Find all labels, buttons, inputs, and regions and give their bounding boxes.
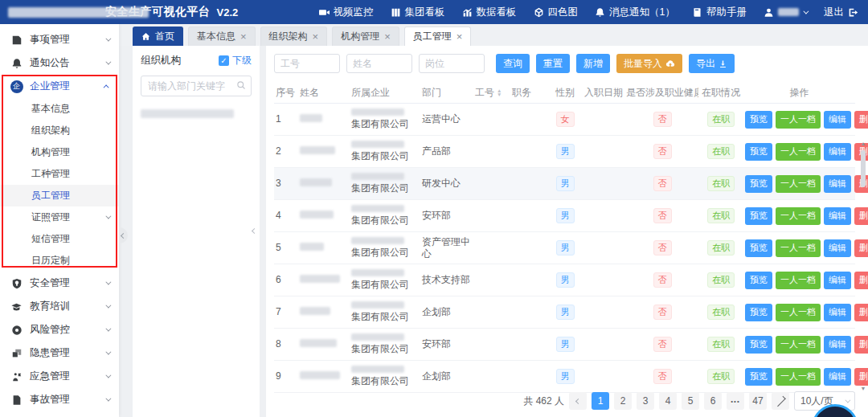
close-icon[interactable]: ×	[240, 31, 247, 42]
sidebar-item-risk[interactable]: 风险管控	[0, 318, 119, 341]
add-button[interactable]: 新增	[576, 54, 610, 73]
sidebar-item-license-mgmt[interactable]: 证照管理	[0, 206, 119, 228]
cell-employment: 在职	[698, 272, 743, 288]
prev-page-button[interactable]	[569, 392, 587, 410]
preview-button[interactable]: 预览	[745, 304, 772, 321]
masked-company	[351, 237, 404, 244]
one-person-archive-button[interactable]: 一人一档	[776, 336, 821, 354]
org-tree-node[interactable]	[141, 109, 252, 118]
masked-company	[351, 173, 404, 180]
scroll-up-icon[interactable]: ▲	[861, 141, 866, 146]
sidebar-item-calendar-custom[interactable]: 日历定制	[0, 250, 119, 272]
topnav-video-monitor[interactable]: 视频监控	[319, 6, 374, 19]
sidebar-item-worktype-mgmt[interactable]: 工种管理	[0, 163, 119, 185]
sidebar-item-basic-info[interactable]: 基本信息	[0, 98, 119, 120]
checkbox-checked-icon[interactable]: ✓	[219, 55, 229, 66]
edit-button[interactable]: 编辑	[824, 111, 851, 129]
vertical-scrollbar[interactable]: ▲ ▼	[859, 141, 867, 391]
tree-collapse-handle[interactable]	[252, 228, 257, 234]
one-person-archive-button[interactable]: 一人一档	[776, 304, 821, 321]
edit-button[interactable]: 编辑	[824, 304, 851, 321]
preview-button[interactable]: 预览	[745, 207, 772, 225]
logout-button[interactable]: 退出	[824, 6, 858, 19]
sidebar-item-partial[interactable]	[0, 413, 119, 417]
one-person-archive-button[interactable]: 一人一档	[776, 207, 821, 225]
sidebar-item-sms-mgmt[interactable]: 短信管理	[0, 228, 119, 250]
edit-button[interactable]: 编辑	[824, 207, 851, 225]
one-person-archive-button[interactable]: 一人一档	[776, 111, 821, 129]
one-person-archive-button[interactable]: 一人一档	[776, 175, 821, 193]
sidebar-item-institution-mgmt[interactable]: 机构管理	[0, 141, 119, 163]
cell-name	[298, 274, 350, 286]
page-button[interactable]: 4	[659, 392, 677, 410]
tab-institution-mgmt[interactable]: 机构管理 ×	[332, 27, 399, 46]
preview-button[interactable]: 预览	[745, 111, 772, 129]
masked-name	[300, 371, 340, 379]
page-button[interactable]: 2	[614, 392, 632, 410]
preview-button[interactable]: 预览	[745, 143, 772, 161]
sidebar-item-employee-mgmt[interactable]: 员工管理	[0, 185, 119, 206]
preview-button[interactable]: 预览	[745, 175, 772, 193]
tab-basic-info[interactable]: 基本信息 ×	[188, 27, 256, 46]
page-button[interactable]: 6	[704, 392, 722, 410]
include-sub-checkbox[interactable]: ✓ 下级	[219, 54, 252, 67]
sidebar-item-education[interactable]: 教育培训	[0, 295, 119, 318]
scrollbar-thumb[interactable]	[861, 150, 866, 187]
sidebar-item-emergency[interactable]: 应急管理	[0, 365, 119, 388]
topnav-data-board[interactable]: 数据看板	[462, 6, 517, 19]
one-person-archive-button[interactable]: 一人一档	[776, 368, 821, 386]
preview-button[interactable]: 预览	[745, 368, 772, 386]
sidebar-item-org-structure[interactable]: 组织架构	[0, 120, 119, 141]
last-page-button[interactable]: 47	[749, 392, 767, 410]
export-button[interactable]: 导出	[689, 54, 735, 73]
more-pages-icon[interactable]: •••	[727, 392, 744, 410]
scroll-down-icon[interactable]: ▼	[861, 386, 866, 391]
batch-import-button[interactable]: 批量导入	[616, 54, 682, 73]
download-icon	[719, 59, 727, 68]
tab-employee-mgmt[interactable]: 员工管理 ×	[404, 27, 472, 46]
topnav-help-manual[interactable]: 帮助手册	[692, 6, 747, 19]
chevron-left-icon	[575, 398, 580, 403]
edit-button[interactable]: 编辑	[824, 368, 851, 386]
masked-company	[351, 205, 404, 212]
topnav-group-board[interactable]: 集团看板	[391, 6, 445, 19]
page-button[interactable]: 3	[637, 392, 654, 410]
sidebar-item-matters[interactable]: 事项管理	[0, 28, 119, 51]
sidebar-item-notices[interactable]: 通知公告	[0, 51, 119, 75]
edit-button[interactable]: 编辑	[824, 239, 851, 257]
topnav-notifications[interactable]: 消息通知（1）	[595, 6, 675, 19]
job-no-input[interactable]	[274, 54, 340, 73]
tab-home[interactable]: 首页	[133, 27, 183, 46]
sidebar-item-hazard[interactable]: 隐患管理	[0, 341, 119, 365]
close-icon[interactable]: ×	[457, 31, 463, 42]
masked-company	[351, 269, 404, 276]
search-button[interactable]: 查询	[496, 54, 530, 73]
edit-button[interactable]: 编辑	[824, 175, 851, 193]
page-button[interactable]: 5	[682, 392, 699, 410]
one-person-archive-button[interactable]: 一人一档	[776, 272, 821, 289]
preview-button[interactable]: 预览	[745, 272, 772, 289]
one-person-archive-button[interactable]: 一人一档	[776, 143, 821, 161]
preview-button[interactable]: 预览	[745, 336, 772, 354]
name-input[interactable]	[346, 54, 412, 73]
user-menu[interactable]	[764, 7, 807, 18]
next-page-button[interactable]	[772, 392, 789, 410]
sidebar-item-safety[interactable]: 安全管理	[0, 272, 119, 295]
sidebar-item-accident[interactable]: 事故管理	[0, 388, 119, 411]
delete-button[interactable]: 删除	[854, 111, 868, 129]
sort-icon[interactable]: ▲▼	[497, 89, 502, 96]
edit-button[interactable]: 编辑	[824, 143, 851, 161]
department-search-input[interactable]	[141, 76, 252, 96]
tab-org-structure[interactable]: 组织架构 ×	[260, 27, 328, 46]
reset-button[interactable]: 重置	[536, 54, 570, 73]
topnav-four-color-map[interactable]: 四色图	[534, 6, 579, 19]
sidebar-item-enterprise[interactable]: 企 企业管理	[0, 75, 119, 98]
page-button[interactable]: 1	[592, 392, 609, 410]
post-input[interactable]	[419, 54, 485, 73]
preview-button[interactable]: 预览	[745, 239, 772, 257]
edit-button[interactable]: 编辑	[824, 336, 851, 354]
close-icon[interactable]: ×	[313, 31, 319, 42]
edit-button[interactable]: 编辑	[824, 272, 851, 289]
one-person-archive-button[interactable]: 一人一档	[776, 239, 821, 257]
close-icon[interactable]: ×	[384, 31, 391, 42]
